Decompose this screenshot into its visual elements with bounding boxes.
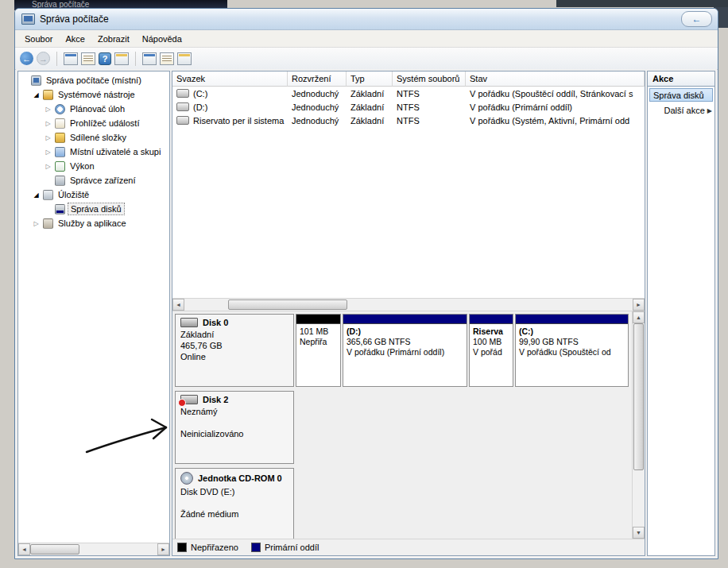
scroll-left-button[interactable]: ◄ (172, 299, 184, 311)
tree-item-label: Místní uživatelé a skupi (68, 146, 163, 157)
disk-info-line (180, 417, 288, 428)
tree-item-sdilene-slozky[interactable]: ▷Sdílené složky (18, 130, 169, 145)
partition-info: (C:)99,90 GB NTFSV pořádku (Spouštěcí od (516, 324, 628, 360)
expander-icon[interactable]: ◢ (32, 91, 41, 99)
partition-line: V pořádku (Spouštěcí od (519, 347, 625, 357)
disk-graphical-view: Disk 0Základní465,76 GBOnline101 MBNepři… (172, 311, 632, 539)
disk-info-line: Neinicializováno (180, 428, 288, 439)
scroll-up-button[interactable]: ▲ (633, 311, 645, 323)
tree-item-sprava-pocitace-mistni[interactable]: Správa počítače (místní) (18, 73, 169, 87)
menu-napoveda[interactable]: Nápověda (136, 33, 188, 45)
title-bar[interactable]: Správa počítače ← (15, 9, 718, 30)
disk-label-disk-2[interactable]: Disk 2Neznámý Neinicializováno (175, 391, 294, 464)
column-header-stav[interactable]: Stav (466, 71, 645, 87)
chevron-right-icon: ▶ (707, 107, 712, 114)
drive-icon (176, 102, 189, 111)
volume-status: V pořádku (Spouštěcí oddíl, Stránkovací … (466, 89, 645, 99)
disk-name: Disk 2 (180, 395, 288, 404)
column-header-system-souboru[interactable]: Systém souborů (393, 71, 466, 87)
actions-body: Správa disků Další akce ▶ (647, 87, 715, 556)
tree-item-vykon[interactable]: ▷Výkon (18, 159, 169, 173)
tree-item-planovac-uloh[interactable]: ▷Plánovač úloh (18, 102, 169, 116)
expander-icon[interactable]: ▷ (44, 163, 52, 170)
tree-item-systemove-nastroje[interactable]: ◢Systémové nástroje (18, 87, 169, 102)
tree-item-uloziste[interactable]: ◢Úložiště (18, 187, 169, 202)
scrollbar-thumb[interactable] (228, 299, 347, 310)
disk-label-jednotka-cd-rom-0[interactable]: Jednotka CD-ROM 0Disk DVD (E:) Žádné méd… (175, 468, 294, 539)
expander-icon[interactable]: ▷ (44, 106, 52, 113)
partition-color-bar (343, 315, 467, 324)
partitions-area (296, 468, 629, 539)
tree-item-sluzby-a-aplikace[interactable]: ▷Služby a aplikace (18, 216, 169, 230)
refresh-button[interactable] (142, 52, 157, 65)
tree-item-label: Úložiště (56, 189, 91, 200)
volume-row-d[interactable]: (D:)JednoduchýZákladníNTFSV pořádku (Pri… (172, 100, 645, 114)
drive-icon (176, 116, 189, 125)
help-button[interactable]: ? (99, 52, 111, 65)
action-item-sprava-disku[interactable]: Správa disků (649, 88, 713, 102)
tree-item-mistni-uzivatele-a-skupi[interactable]: ▷Místní uživatelé a skupi (18, 145, 169, 159)
scroll-right-button[interactable]: ► (157, 543, 169, 555)
volume-list-horizontal-scrollbar[interactable]: ◄ ► (172, 298, 645, 311)
partitions-area (296, 391, 629, 464)
tools-icon (43, 90, 53, 100)
column-header-typ[interactable]: Typ (347, 71, 393, 87)
expander-icon[interactable]: ▷ (44, 120, 52, 127)
export-list-button[interactable] (81, 52, 95, 65)
scrollbar-thumb[interactable] (633, 323, 644, 470)
tree-item-sprava-disku[interactable]: Správa disků (18, 202, 169, 216)
forward-button[interactable]: → (37, 52, 50, 65)
more-actions-button[interactable]: Další akce ▶ (649, 106, 713, 115)
partition-riserva[interactable]: Riserva100 MBV pořád (469, 314, 513, 387)
column-header-svazek[interactable]: Svazek (172, 71, 288, 87)
disk-vertical-scrollbar[interactable]: ▲ ▼ (632, 311, 645, 539)
tree-horizontal-scrollbar[interactable]: ◄ ► (18, 543, 169, 555)
expander-icon[interactable]: ◢ (32, 191, 41, 199)
scroll-down-button[interactable]: ▼ (633, 527, 645, 539)
volume-row-c[interactable]: (C:)JednoduchýZákladníNTFSV pořádku (Spo… (172, 87, 645, 100)
disk-error-icon (180, 395, 198, 404)
partition-line: 365,66 GB NTFS (347, 337, 463, 347)
disk-label-disk-0[interactable]: Disk 0Základní465,76 GBOnline (175, 314, 294, 387)
tree-item-label: Správa disků (68, 203, 125, 215)
help-topics-button[interactable] (177, 52, 192, 65)
cdrom-icon (180, 472, 193, 485)
toolbar-separator (56, 52, 57, 66)
window-title: Správa počítače (40, 14, 109, 25)
tool-bar: ←→? (15, 48, 718, 70)
device-manager-icon (55, 176, 65, 186)
menu-zobrazit[interactable]: Zobrazit (91, 33, 136, 45)
expander-icon[interactable]: ▷ (44, 149, 52, 156)
scroll-right-button[interactable]: ► (633, 299, 645, 311)
scrollbar-thumb[interactable] (30, 544, 79, 554)
background-window-fragment-right (556, 0, 728, 7)
drive-icon (176, 89, 189, 98)
back-button[interactable]: ← (20, 52, 33, 65)
expander-icon[interactable]: ▷ (32, 220, 41, 227)
console-tree: Správa počítače (místní)◢Systémové nástr… (18, 71, 169, 543)
column-header-rozvrzeni[interactable]: Rozvržení (288, 71, 347, 87)
show-console-tree-button[interactable] (64, 52, 78, 65)
partition-color-bar (516, 315, 628, 324)
partition-c[interactable]: (C:)99,90 GB NTFSV pořádku (Spouštěcí od (515, 314, 629, 387)
volume-row-riservato-per-il-sistema[interactable]: Riservato per il sistemaJednoduchýZáklad… (172, 114, 645, 127)
expander-icon[interactable]: ▷ (44, 134, 52, 141)
partition-d[interactable]: (D:)365,66 GB NTFSV pořádku (Primární od… (343, 314, 467, 387)
menu-bar: SouborAkceZobrazitNápověda (15, 30, 718, 48)
properties-button[interactable] (160, 52, 174, 65)
tree-item-prohlizec-udalosti[interactable]: ▷Prohlížeč událostí (18, 116, 169, 130)
volume-fs: NTFS (393, 116, 466, 126)
disk-row-disk-2: Disk 2Neznámý Neinicializováno (175, 391, 629, 464)
menu-soubor[interactable]: Soubor (18, 33, 59, 45)
scroll-left-button[interactable]: ◄ (18, 543, 30, 555)
console-tree-panel: Správa počítače (místní)◢Systémové nástr… (17, 71, 170, 556)
partition-line: 99,90 GB NTFS (519, 337, 625, 347)
nav-back-pill-button[interactable]: ← (681, 11, 712, 27)
console-window-button[interactable] (114, 52, 129, 65)
partition-info: (D:)365,66 GB NTFSV pořádku (Primární od… (343, 324, 467, 360)
tree-item-spravce-zarizeni[interactable]: Správce zařízení (18, 173, 169, 187)
menu-akce[interactable]: Akce (59, 33, 91, 45)
partition-unallocated[interactable]: 101 MBNepřiřa (296, 314, 341, 387)
volume-layout: Jednoduchý (288, 116, 347, 126)
disk-graphical-view-wrap: Disk 0Základní465,76 GBOnline101 MBNepři… (172, 311, 645, 539)
